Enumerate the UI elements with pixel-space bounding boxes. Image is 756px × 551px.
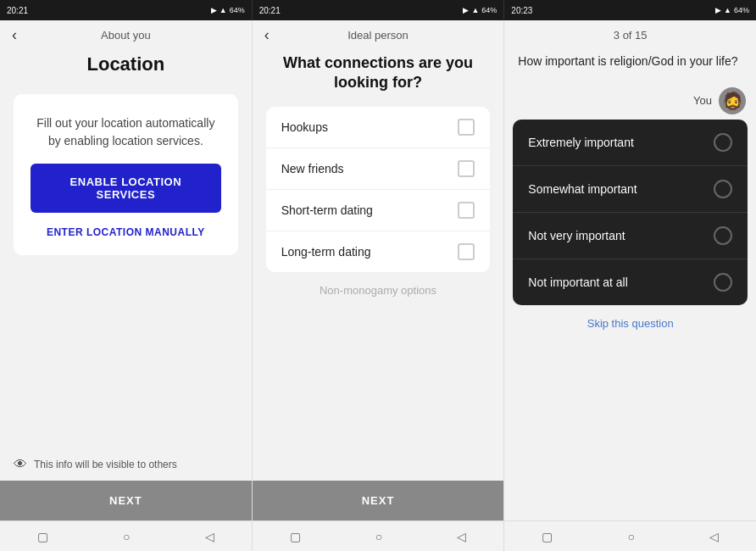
not-important-at-all-radio[interactable] [714,273,732,292]
connection-new-friends[interactable]: New friends [266,148,491,190]
location-card-text: Fill out your location automatically by … [31,114,221,150]
signal-icon-1: ▶ [211,6,217,14]
circle-icon-2[interactable]: ○ [375,530,382,543]
religion-options-list: Extremely important Somewhat important N… [513,120,748,305]
manual-location-link[interactable]: ENTER LOCATION MANUALLY [47,226,205,238]
panel1-title: Location [0,50,252,87]
somewhat-important-radio[interactable] [714,180,732,198]
signal-icon-2: ▶ [463,6,469,14]
circle-icon-1[interactable]: ○ [123,530,130,543]
battery-3: 64% [734,6,749,14]
panel-location: ‹ About you Location Fill out your locat… [0,20,253,551]
short-term-checkbox[interactable] [458,202,475,219]
panel1-nav-title: About you [101,29,151,42]
panel2-nav-title: Ideal person [347,29,409,42]
new-friends-label: New friends [281,162,344,175]
square-icon-3[interactable]: ▢ [542,530,553,543]
connection-short-term[interactable]: Short-term dating [266,190,491,231]
time-1: 20:21 [7,6,28,15]
progress-indicator: 3 of 15 [614,29,648,42]
option-extremely-important[interactable]: Extremely important [513,120,748,166]
panel1-back-button[interactable]: ‹ [12,26,17,44]
connections-card: Hookups New friends Short-term dating Lo… [266,107,491,272]
panel-connections: ‹ Ideal person What connections are you … [253,20,505,551]
info-text: This info will be visible to others [34,459,177,470]
signal-icon-3: ▶ [715,6,721,14]
user-row: You 🧔 [504,84,756,120]
extremely-important-label: Extremely important [528,136,633,149]
religion-question: How important is religion/God in your li… [504,50,756,84]
long-term-checkbox[interactable] [458,243,475,260]
hookups-label: Hookups [281,120,328,134]
option-not-very-important[interactable]: Not very important [513,213,748,259]
panel3-bottom-nav: ▢ ○ ◁ [504,520,756,551]
new-friends-checkbox[interactable] [458,160,475,177]
battery-2: 64% [481,6,497,14]
panel2-nav: ‹ Ideal person [253,20,504,50]
circle-icon-3[interactable]: ○ [627,530,634,543]
square-icon-1[interactable]: ▢ [37,530,48,543]
triangle-icon-1[interactable]: ◁ [205,530,214,543]
wifi-icon-2: ▲ [471,6,479,14]
connection-hookups[interactable]: Hookups [266,107,491,148]
triangle-icon-3[interactable]: ◁ [709,530,719,543]
connection-long-term[interactable]: Long-term dating [266,231,491,272]
short-term-label: Short-term dating [281,203,373,217]
user-avatar: 🧔 [719,87,746,114]
not-very-important-label: Not very important [528,229,625,242]
panel2-next-button[interactable]: NEXT [253,481,504,520]
hookups-checkbox[interactable] [458,119,475,136]
wifi-icon-3: ▲ [724,6,731,14]
option-somewhat-important[interactable]: Somewhat important [513,166,748,213]
panel1-bottom-nav: ▢ ○ ◁ [0,520,252,551]
not-important-at-all-label: Not important at all [528,276,628,289]
skip-question-link[interactable]: Skip this question [504,305,756,342]
location-card: Fill out your location automatically by … [14,94,238,255]
panel2-title: What connections are you looking for? [253,50,504,107]
panel3-nav: 3 of 15 [504,20,756,50]
user-label: You [693,94,712,107]
panel2-bottom-nav: ▢ ○ ◁ [253,520,504,551]
wifi-icon-1: ▲ [220,6,227,14]
triangle-icon-2[interactable]: ◁ [457,530,466,543]
info-bar: 👁 This info will be visible to others [0,448,252,481]
status-bar-1: 20:21 ▶ ▲ 64% [0,0,252,20]
panel2-back-button[interactable]: ‹ [264,26,270,44]
time-3: 20:23 [511,6,532,15]
panel1-nav: ‹ About you [0,20,252,50]
square-icon-2[interactable]: ▢ [290,530,301,543]
option-not-important-at-all[interactable]: Not important at all [513,259,748,305]
extremely-important-radio[interactable] [714,133,732,152]
nonmono-options[interactable]: Non-monogamy options [253,272,504,309]
long-term-label: Long-term dating [281,245,371,259]
battery-1: 64% [230,6,245,14]
panel1-next-button[interactable]: NEXT [0,481,252,520]
eye-icon: 👁 [14,457,27,472]
panel-religion: 3 of 15 How important is religion/God in… [504,20,756,551]
time-2: 20:21 [259,6,281,15]
enable-location-button[interactable]: ENABLE LOCATION SERVICES [31,164,221,213]
status-bar-2: 20:21 ▶ ▲ 64% [252,0,504,20]
not-very-important-radio[interactable] [714,226,732,245]
status-bar-3: 20:23 ▶ ▲ 64% [503,0,756,20]
somewhat-important-label: Somewhat important [528,182,636,196]
